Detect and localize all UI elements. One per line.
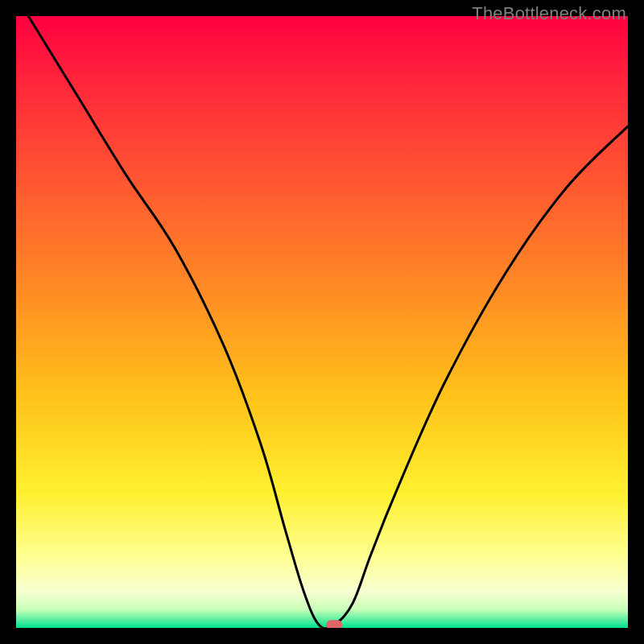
bottleneck-chart-svg [16,16,628,628]
gradient-background [16,16,628,628]
optimum-marker [326,620,342,628]
chart-frame: TheBottleneck.com [0,0,644,644]
plot-area [16,16,628,628]
watermark-text: TheBottleneck.com [472,3,626,24]
